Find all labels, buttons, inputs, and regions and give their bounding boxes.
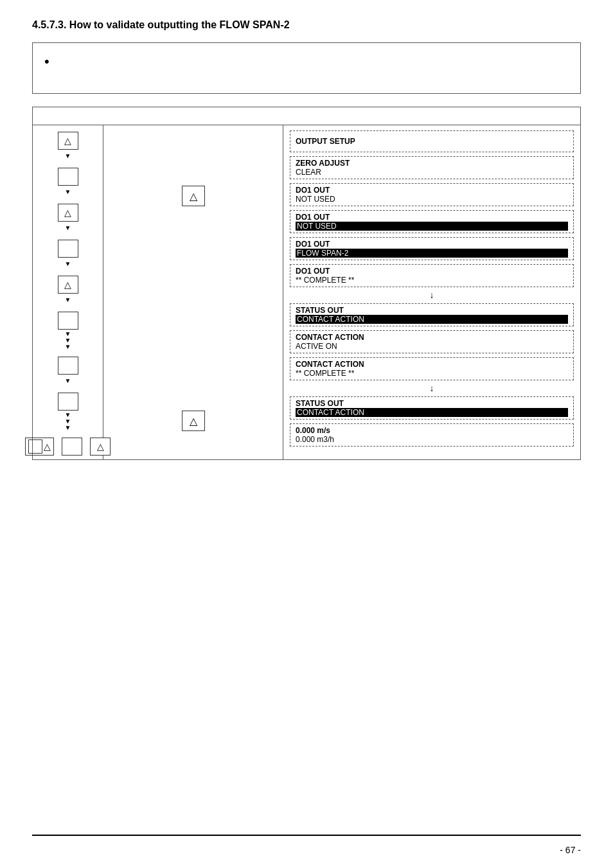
btn-group-2: ▼ xyxy=(58,168,78,199)
display-zero-adjust: ZERO ADJUST CLEAR xyxy=(290,156,574,179)
up-triangle-btn-3[interactable]: △ xyxy=(58,276,78,294)
mid-item-1: △ xyxy=(182,186,205,206)
display-line2-10: CONTACT ACTION xyxy=(296,408,568,417)
middle-column: △ △ xyxy=(103,125,283,459)
display-status-contact-2: STATUS OUT CONTACT ACTION xyxy=(290,396,574,420)
display-contact-active: CONTACT ACTION ACTIVE ON xyxy=(290,330,574,353)
display-line2-11: 0.000 m3/h xyxy=(296,435,568,444)
arrow-connector-1: ↓ xyxy=(290,290,574,301)
triple-arrows-1: ▼ ▼ ▼ xyxy=(65,331,71,350)
square-btn-4[interactable] xyxy=(58,357,78,375)
btn-group-7: ▼ xyxy=(58,357,78,387)
display-line1-3: DO1 OUT xyxy=(296,186,568,195)
display-line1-11: 0.000 m/s xyxy=(296,426,568,435)
left-column: △ ▼ ▼ △ ▼ ▼ △ ▼ xyxy=(33,125,103,459)
mid-item-2: △ xyxy=(182,411,205,431)
display-contact-complete: CONTACT ACTION ** COMPLETE ** xyxy=(290,357,574,380)
display-do1-not-used-2: DO1 OUT NOT USED xyxy=(290,210,574,233)
square-btn-5[interactable] xyxy=(58,393,78,411)
up-triangle-btn-1[interactable]: △ xyxy=(58,132,78,150)
bullet-box: • xyxy=(32,42,581,94)
square-btn-1[interactable] xyxy=(58,168,78,186)
square-btn-2[interactable] xyxy=(58,240,78,258)
mid-triangle-btn-2[interactable]: △ xyxy=(182,411,205,431)
btn-group-8: ▼ ▼ ▼ xyxy=(58,393,78,432)
display-line2-7: CONTACT ACTION xyxy=(296,315,568,324)
display-line2-2: CLEAR xyxy=(296,168,568,177)
display-line1-1: OUTPUT SETUP xyxy=(296,137,568,146)
up-triangle-btn-2[interactable]: △ xyxy=(58,204,78,222)
display-line1-5: DO1 OUT xyxy=(296,240,568,249)
btn-group-1: △ ▼ xyxy=(58,132,78,163)
btn-group-5: △ ▼ xyxy=(58,276,78,306)
display-line1-4: DO1 OUT xyxy=(296,213,568,222)
diagram-body: △ ▼ ▼ △ ▼ ▼ △ ▼ xyxy=(33,125,580,459)
down-arrow-6: ▼ xyxy=(58,375,78,387)
display-flow-values: 0.000 m/s 0.000 m3/h xyxy=(290,423,574,447)
down-arrow-4: ▼ xyxy=(58,258,78,270)
display-line2-5: FLOW SPAN-2 xyxy=(296,249,568,258)
right-column: OUTPUT SETUP ZERO ADJUST CLEAR DO1 OUT N… xyxy=(283,125,580,459)
display-line2-3: NOT USED xyxy=(296,195,568,204)
bottom-sq-btn[interactable] xyxy=(62,438,82,456)
down-arrow-5: ▼ xyxy=(58,294,78,306)
mid-triangle-btn-1[interactable]: △ xyxy=(182,186,205,206)
down-arrow-1: ▼ xyxy=(58,150,78,163)
down-arrow-2: ▼ xyxy=(58,186,78,199)
diagram-header xyxy=(33,107,580,125)
display-line1-8: CONTACT ACTION xyxy=(296,333,568,342)
display-line2-4: NOT USED xyxy=(296,222,568,231)
down-arrow-3: ▼ xyxy=(58,222,78,235)
arrow-connector-2: ↓ xyxy=(290,383,574,394)
display-line1-7: STATUS OUT xyxy=(296,306,568,315)
btn-group-4: ▼ xyxy=(58,240,78,270)
bottom-rule xyxy=(32,835,581,836)
display-line1-10: STATUS OUT xyxy=(296,399,568,408)
arrow-c: ▼ xyxy=(65,344,71,350)
display-line1-6: DO1 OUT xyxy=(296,267,568,276)
bottom-sq xyxy=(28,439,42,454)
btn-group-3: △ ▼ xyxy=(58,204,78,235)
triple-arrows-2: ▼ ▼ ▼ xyxy=(65,412,71,431)
bullet-point: • xyxy=(44,53,49,70)
square-btn-3[interactable] xyxy=(58,312,78,330)
page-title: 4.5.7.3. How to validate outputting the … xyxy=(32,19,581,31)
display-line2-8: ACTIVE ON xyxy=(296,342,568,351)
bottom-btn-combo[interactable]: △ xyxy=(25,438,54,456)
display-do1-flow-span: DO1 OUT FLOW SPAN-2 xyxy=(290,237,574,260)
display-line1-9: CONTACT ACTION xyxy=(296,360,568,369)
display-line2-6: ** COMPLETE ** xyxy=(296,276,568,285)
bottom-tri: △ xyxy=(44,441,51,452)
diagram-container: △ ▼ ▼ △ ▼ ▼ △ ▼ xyxy=(32,107,581,460)
btn-group-6: ▼ ▼ ▼ xyxy=(58,312,78,351)
display-status-contact-1: STATUS OUT CONTACT ACTION xyxy=(290,303,574,326)
display-line1-2: ZERO ADJUST xyxy=(296,159,568,168)
bottom-row: △ △ xyxy=(25,438,111,456)
display-do1-complete: DO1 OUT ** COMPLETE ** xyxy=(290,264,574,287)
display-do1-not-used-1: DO1 OUT NOT USED xyxy=(290,183,574,206)
display-output-setup: OUTPUT SETUP xyxy=(290,130,574,152)
display-line2-9: ** COMPLETE ** xyxy=(296,369,568,378)
arrow-f: ▼ xyxy=(65,425,71,431)
page-number: - 67 - xyxy=(560,845,581,855)
